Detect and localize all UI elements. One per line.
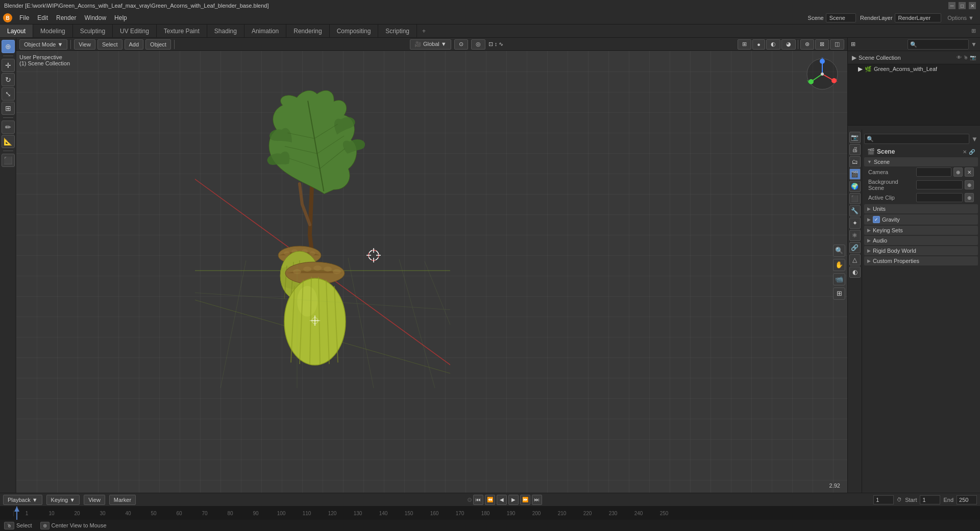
tab-uv-editing[interactable]: UV Editing [113,25,157,37]
overlay-toggle[interactable]: ⊠ [815,39,829,50]
end-frame-input[interactable] [957,495,977,504]
camera-browse[interactable]: ⊕ [953,167,963,177]
outliner-filter[interactable]: ▼ [971,41,977,48]
step-forward-button[interactable]: ⏩ [520,495,530,505]
props-data-icon[interactable]: △ [849,254,861,266]
props-view-layer-icon[interactable]: 🗂 [849,156,861,167]
add-menu-button[interactable]: Add [125,39,144,50]
snap-button[interactable]: ⊙ [454,39,468,50]
viewport-shading-eevee[interactable]: ◕ [781,39,796,50]
gravity-section-header[interactable]: ▶ ✓ Gravity [864,214,978,225]
timeline-ruler[interactable]: 1 10 20 30 40 50 60 70 80 90 100 110 120… [0,506,980,520]
transform-tool[interactable]: ⊞ [2,102,15,115]
scene-section-header[interactable]: ▼ Scene [864,157,978,166]
options-label[interactable]: Options ▼ [947,15,974,21]
tab-modeling[interactable]: Modeling [33,25,73,37]
view-menu-button[interactable]: View [74,39,95,50]
active-clip-browse[interactable]: ⊕ [965,193,974,202]
start-frame-input[interactable] [920,495,940,504]
maximize-button[interactable]: □ [959,2,966,9]
play-back-button[interactable]: ◀ [497,495,507,505]
camera-settings[interactable]: ✕ [965,167,974,177]
viewport-shading-wire[interactable]: ⊞ [738,39,751,50]
step-back-button[interactable]: ⏪ [485,495,495,505]
tab-animation[interactable]: Animation [244,25,286,37]
rotate-tool[interactable]: ↻ [2,73,15,86]
menu-file[interactable]: File [15,11,33,24]
workspace-options[interactable]: ⊞ [971,28,976,34]
viewport-shading-solid[interactable]: ● [752,39,765,50]
audio-section-header[interactable]: ▶ Audio [864,236,978,245]
tab-rendering[interactable]: Rendering [286,25,329,37]
props-physics-icon[interactable]: ⚛ [849,230,861,241]
active-clip-value[interactable] [916,193,963,202]
orthographic-button[interactable]: ⊞ [833,287,845,300]
props-world-icon[interactable]: 🌍 [849,181,861,192]
annotate-tool[interactable]: ✏ [2,120,15,134]
view-menu[interactable]: View [84,495,105,505]
scale-tool[interactable]: ⤡ [2,87,15,101]
object-mode-button[interactable]: Object Mode ▼ [19,39,67,50]
viewport-shading-rendered[interactable]: 🎥 Global ▼ [410,39,451,50]
cursor-tool[interactable]: ⊕ [2,40,15,53]
outliner-item-green-acorns[interactable]: ▶ 🌿 Green_Acorns_with_Leaf [848,64,980,74]
camera-view-button[interactable]: 📹 [833,273,845,285]
tab-sculpting[interactable]: Sculpting [73,25,113,37]
minimize-button[interactable]: ─ [948,2,955,9]
gizmo-toggle[interactable]: ⊛ [800,39,814,50]
proportional-edit[interactable]: ◎ [471,39,485,50]
keying-sets-header[interactable]: ▶ Keying Sets [864,226,978,235]
props-object-icon[interactable]: ⬛ [849,193,861,204]
close-button[interactable]: ✕ [969,2,976,9]
current-frame-input[interactable] [873,495,894,504]
scene-settings-icon[interactable]: ✕ [963,149,967,155]
units-section-header[interactable]: ▶ Units [864,204,978,213]
tab-add[interactable]: + [417,25,431,37]
props-constraints-icon[interactable]: 🔗 [849,242,861,253]
camera-value[interactable] [916,167,951,177]
props-render-icon[interactable]: 📷 [849,132,861,143]
menu-edit[interactable]: Edit [33,11,52,24]
props-output-icon[interactable]: 🖨 [849,144,861,155]
custom-properties-header[interactable]: ▶ Custom Properties [864,256,978,266]
background-scene-value[interactable] [916,180,963,189]
hand-tool-button[interactable]: ✋ [833,259,845,271]
tab-layout[interactable]: Layout [0,25,33,37]
jump-end-button[interactable]: ⏭ [532,495,542,505]
measure-tool[interactable]: 📐 [2,135,15,148]
tab-compositing[interactable]: Compositing [330,25,379,37]
tab-shading[interactable]: Shading [207,25,244,37]
scene-selector[interactable]: Scene [826,13,856,22]
add-primitive-tool[interactable]: ⬛ [2,154,15,167]
keying-menu[interactable]: Keying ▼ [46,495,80,505]
props-scene-icon[interactable]: 🎬 [849,168,861,180]
props-particles-icon[interactable]: ✦ [849,218,861,229]
menu-window[interactable]: Window [80,11,110,24]
gravity-checkbox[interactable]: ✓ [873,216,880,223]
scene-link-icon[interactable]: 🔗 [969,149,975,155]
viewport-3d[interactable]: User Perspective (1) Scene Collection Z … [16,51,847,493]
viewport-shading-material[interactable]: ◐ [766,39,780,50]
props-search-input[interactable] [864,134,969,144]
playback-menu[interactable]: Playback ▼ [3,495,42,505]
props-options[interactable]: ▼ [971,135,978,143]
play-forward-button[interactable]: ▶ [508,495,519,505]
props-material-icon[interactable]: ◐ [849,267,861,278]
transform-icons[interactable]: ⊡ ↕ ∿ [488,41,504,47]
jump-start-button[interactable]: ⏮ [473,495,483,505]
object-menu-button[interactable]: Object [145,39,171,50]
rigid-body-header[interactable]: ▶ Rigid Body World [864,246,978,255]
move-tool[interactable]: ✛ [2,59,15,72]
background-scene-browse[interactable]: ⊕ [965,180,974,189]
marker-menu[interactable]: Marker [109,495,136,505]
window-controls[interactable]: ─ □ ✕ [948,2,976,9]
props-modifier-icon[interactable]: 🔧 [849,205,861,216]
menu-help[interactable]: Help [110,11,131,24]
tab-texture-paint[interactable]: Texture Paint [157,25,207,37]
select-menu-button[interactable]: Select [97,39,122,50]
navigation-gizmo[interactable]: Z X Y [804,56,840,92]
xray-toggle[interactable]: ◫ [830,39,844,50]
renderlayer-selector[interactable]: RenderLayer [895,13,942,22]
zoom-in-button[interactable]: 🔍 [833,245,845,257]
outliner-search[interactable] [908,39,969,50]
